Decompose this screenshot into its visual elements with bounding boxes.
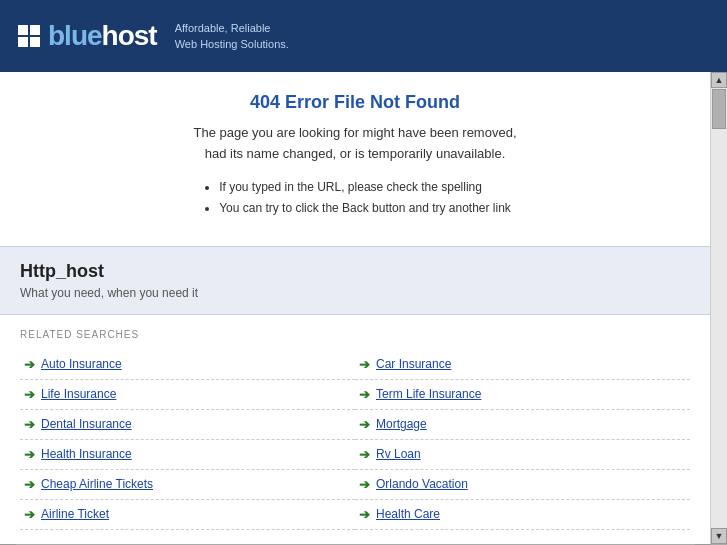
related-label: RELATED SEARCHES bbox=[20, 329, 690, 340]
list-item: ➔ Health Insurance bbox=[20, 440, 355, 470]
arrow-icon: ➔ bbox=[24, 477, 35, 492]
host-subtitle: What you need, when you need it bbox=[20, 286, 690, 300]
error-description: The page you are looking for might have … bbox=[60, 123, 650, 165]
link-term-life-insurance[interactable]: Term Life Insurance bbox=[376, 387, 481, 401]
list-item: ➔ Orlando Vacation bbox=[355, 470, 690, 500]
link-dental-insurance[interactable]: Dental Insurance bbox=[41, 417, 132, 431]
main-wrapper: 404 Error File Not Found The page you ar… bbox=[0, 72, 727, 544]
host-title: Http_host bbox=[20, 261, 690, 282]
link-health-care[interactable]: Health Care bbox=[376, 507, 440, 521]
arrow-icon: ➔ bbox=[359, 417, 370, 432]
error-section: 404 Error File Not Found The page you ar… bbox=[0, 72, 710, 230]
link-rv-loan[interactable]: Rv Loan bbox=[376, 447, 421, 461]
vertical-scrollbar[interactable]: ▲ ▼ bbox=[711, 72, 727, 544]
links-grid: ➔ Auto Insurance ➔ Life Insurance ➔ Dent… bbox=[20, 350, 690, 530]
arrow-icon: ➔ bbox=[24, 447, 35, 462]
arrow-icon: ➔ bbox=[359, 447, 370, 462]
list-item: ➔ Dental Insurance bbox=[20, 410, 355, 440]
scroll-up-button[interactable]: ▲ bbox=[711, 72, 727, 88]
host-box: Http_host What you need, when you need i… bbox=[0, 246, 710, 315]
scroll-track bbox=[711, 88, 727, 528]
arrow-icon: ➔ bbox=[359, 357, 370, 372]
scroll-down-button[interactable]: ▼ bbox=[711, 528, 727, 544]
link-mortgage[interactable]: Mortgage bbox=[376, 417, 427, 431]
error-title: 404 Error File Not Found bbox=[60, 92, 650, 113]
error-list: If you typed in the URL, please check th… bbox=[199, 177, 511, 220]
list-item: ➔ Airline Ticket bbox=[20, 500, 355, 530]
logo-blue-part: blue bbox=[48, 20, 102, 51]
logo-host-part: host bbox=[102, 20, 157, 51]
links-right-col: ➔ Car Insurance ➔ Term Life Insurance ➔ … bbox=[355, 350, 690, 530]
error-bullet-2: You can try to click the Back button and… bbox=[219, 198, 511, 220]
list-item: ➔ Term Life Insurance bbox=[355, 380, 690, 410]
link-health-insurance[interactable]: Health Insurance bbox=[41, 447, 132, 461]
arrow-icon: ➔ bbox=[24, 417, 35, 432]
arrow-icon: ➔ bbox=[359, 507, 370, 522]
link-auto-insurance[interactable]: Auto Insurance bbox=[41, 357, 122, 371]
arrow-icon: ➔ bbox=[359, 477, 370, 492]
list-item: ➔ Health Care bbox=[355, 500, 690, 530]
list-item: ➔ Rv Loan bbox=[355, 440, 690, 470]
arrow-icon: ➔ bbox=[24, 387, 35, 402]
logo-grid-icon bbox=[18, 25, 40, 47]
arrow-icon: ➔ bbox=[359, 387, 370, 402]
tagline-line1: Affordable, Reliable bbox=[175, 20, 289, 37]
arrow-icon: ➔ bbox=[24, 507, 35, 522]
list-item: ➔ Cheap Airline Tickets bbox=[20, 470, 355, 500]
arrow-icon: ➔ bbox=[24, 357, 35, 372]
link-car-insurance[interactable]: Car Insurance bbox=[376, 357, 451, 371]
logo-text: bluehost bbox=[48, 20, 157, 52]
link-cheap-airline-tickets[interactable]: Cheap Airline Tickets bbox=[41, 477, 153, 491]
list-item: ➔ Auto Insurance bbox=[20, 350, 355, 380]
error-bullet-1: If you typed in the URL, please check th… bbox=[219, 177, 511, 199]
list-item: ➔ Car Insurance bbox=[355, 350, 690, 380]
tagline-line2: Web Hosting Solutions. bbox=[175, 36, 289, 53]
content-area: 404 Error File Not Found The page you ar… bbox=[0, 72, 711, 544]
link-airline-ticket[interactable]: Airline Ticket bbox=[41, 507, 109, 521]
links-left-col: ➔ Auto Insurance ➔ Life Insurance ➔ Dent… bbox=[20, 350, 355, 530]
tagline: Affordable, Reliable Web Hosting Solutio… bbox=[175, 20, 289, 53]
logo-area: bluehost bbox=[18, 20, 157, 52]
list-item: ➔ Life Insurance bbox=[20, 380, 355, 410]
link-orlando-vacation[interactable]: Orlando Vacation bbox=[376, 477, 468, 491]
scroll-thumb[interactable] bbox=[712, 89, 726, 129]
list-item: ➔ Mortgage bbox=[355, 410, 690, 440]
related-section: RELATED SEARCHES ➔ Auto Insurance ➔ Life… bbox=[0, 315, 710, 544]
link-life-insurance[interactable]: Life Insurance bbox=[41, 387, 116, 401]
header: bluehost Affordable, Reliable Web Hostin… bbox=[0, 0, 727, 72]
